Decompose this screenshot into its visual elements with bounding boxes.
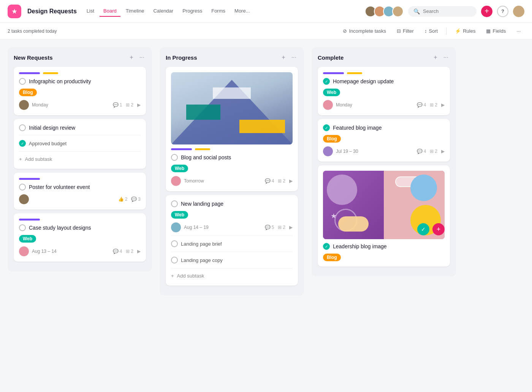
card-footer: Monday 💬 4 ⊞ 2 ▶ (323, 100, 445, 110)
add-subtask-button[interactable]: + Add subtask (171, 271, 293, 280)
add-subtask-label: Add subtask (177, 273, 204, 279)
abs-star-icon: ★ (331, 212, 337, 220)
star-icon: ★ (11, 7, 17, 16)
card-title-text: Blog and social posts (181, 154, 231, 160)
comment-icon: 💬 (113, 102, 119, 108)
search-box[interactable]: 🔍 (408, 6, 477, 17)
add-card-button-new-requests[interactable]: + (128, 53, 135, 62)
column-new-requests: New Requests + ··· Infographic on produc… (8, 47, 152, 271)
card-tags (19, 219, 141, 221)
subtask-count: ⊞ 2 (430, 149, 437, 154)
filter-button[interactable]: ⊟ Filter (393, 26, 418, 36)
incomplete-tasks-button[interactable]: ⊘ Incomplete tasks (339, 26, 390, 36)
mountain-illustration (171, 72, 293, 144)
card-badge-blog[interactable]: Blog (323, 135, 341, 143)
abstract-image: ★ ✓ + (323, 171, 445, 239)
add-card-button-complete[interactable]: + (432, 53, 439, 62)
card-avatar (323, 146, 333, 156)
check-icon (171, 154, 178, 161)
sort-button[interactable]: ↕ Sort (421, 26, 442, 36)
more-column-button-complete[interactable]: ··· (442, 53, 450, 62)
card-poster: Poster for volunteer event 👍 2 💬 3 (14, 173, 146, 209)
card-homepage: ✓ Homepage design update Web Monday 💬 4 … (318, 67, 450, 115)
card-date: Monday (32, 102, 110, 108)
add-subtask-label: Add subtask (25, 156, 52, 162)
fields-button[interactable]: ▦ Fields (482, 26, 510, 36)
subtask-label: Approved budget (29, 141, 66, 146)
nav-tab-list[interactable]: List (83, 6, 98, 17)
card-title-leadership: ✓ Leadership blog image (323, 243, 445, 250)
arrow-icon[interactable]: ▶ (441, 149, 445, 154)
check-icon (19, 184, 26, 190)
check-done-icon: ✓ (19, 140, 26, 147)
card-title-text: New landing page (181, 201, 223, 207)
help-button[interactable]: ? (497, 6, 508, 17)
card-date: Aug 13 – 14 (32, 249, 110, 254)
more-options-button[interactable]: ··· (513, 26, 524, 36)
comment-count: 💬 1 (113, 102, 122, 108)
card-title-landing-page: New landing page (171, 200, 293, 207)
sort-icon: ↕ (424, 28, 427, 34)
nav-tab-board[interactable]: Board (100, 6, 120, 17)
arrow-icon[interactable]: ▶ (441, 102, 445, 108)
card-title-poster: Poster for volunteer event (19, 184, 141, 190)
avatar (392, 6, 404, 17)
card-badge-web[interactable]: Web (19, 235, 36, 243)
more-column-button-in-progress[interactable]: ··· (290, 53, 298, 62)
toolbar-divider (446, 27, 446, 35)
arrow-icon[interactable]: ▶ (289, 178, 293, 184)
arrow-icon[interactable]: ▶ (137, 249, 141, 254)
card-badge-blog[interactable]: Blog (19, 89, 37, 96)
card-meta: 💬 5 ⊞ 2 ▶ (265, 225, 293, 230)
search-input[interactable] (423, 8, 471, 14)
column-title-new-requests: New Requests (14, 54, 128, 61)
overlay-white (213, 87, 251, 99)
user-avatar[interactable] (513, 6, 524, 17)
card-badge-web[interactable]: Web (171, 165, 188, 172)
nav-tab-more[interactable]: More... (231, 6, 253, 17)
check-icon (171, 200, 178, 207)
check-done-icon: ✓ (323, 78, 330, 85)
subtask-brief: Landing page brief (171, 239, 293, 249)
add-card-button-in-progress[interactable]: + (280, 53, 287, 62)
add-subtask-button[interactable]: + Add subtask (19, 155, 141, 163)
arrow-icon[interactable]: ▶ (289, 225, 293, 230)
card-badge-web[interactable]: Web (171, 211, 188, 219)
overlay-yellow (239, 120, 285, 133)
card-meta: 👍 2 💬 3 (118, 197, 141, 202)
card-avatar (171, 222, 181, 232)
nav-tab-forms[interactable]: Forms (207, 6, 229, 17)
divider (19, 151, 141, 152)
add-button[interactable]: + (481, 6, 492, 17)
tag-purple (323, 72, 344, 74)
fields-label: Fields (492, 28, 506, 34)
tag-purple (19, 178, 40, 180)
arrow-icon[interactable]: ▶ (137, 102, 141, 108)
comment-count: 💬 3 (131, 197, 141, 202)
sort-label: Sort (429, 28, 438, 34)
card-design-review: Initial design review ✓ Approved budget … (14, 119, 146, 169)
filter-icon: ⊟ (397, 28, 401, 34)
nav-tab-progress[interactable]: Progress (179, 6, 206, 17)
card-avatar (171, 176, 181, 186)
rules-label: Rules (463, 28, 475, 34)
nav-tab-calendar[interactable]: Calendar (149, 6, 177, 17)
tag-yellow (43, 72, 58, 74)
subtask-count: ⊞ 2 (278, 225, 285, 230)
card-footer: Jul 19 – 30 💬 4 ⊞ 2 ▶ (323, 146, 445, 156)
circle-check-icon: ⊘ (343, 28, 347, 34)
more-column-button-new-requests[interactable]: ··· (138, 53, 146, 62)
card-meta: 💬 4 ⊞ 2 ▶ (265, 178, 293, 184)
subtask-copy: Landing page copy (171, 255, 293, 265)
fields-icon: ▦ (486, 28, 491, 34)
column-header-in-progress: In Progress + ··· (166, 53, 298, 62)
column-title-complete: Complete (318, 54, 432, 61)
card-badge-web[interactable]: Web (323, 89, 340, 96)
card-badge-blog[interactable]: Blog (323, 254, 341, 261)
card-title-text: Case study layout designs (29, 225, 91, 231)
rules-button[interactable]: ⚡ Rules (451, 26, 479, 36)
subtask-approved-budget: ✓ Approved budget (19, 138, 141, 148)
card-title-text: Featured blog image (333, 125, 382, 131)
nav-tab-timeline[interactable]: Timeline (122, 6, 148, 17)
subtask-count: ⊞ 2 (430, 102, 437, 108)
